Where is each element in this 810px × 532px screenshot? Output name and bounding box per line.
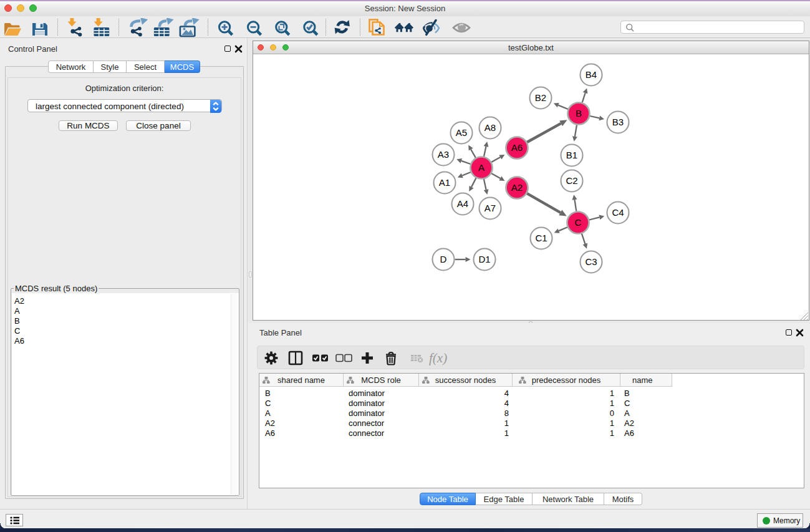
svg-text:D: D [440, 254, 447, 264]
svg-text:A: A [478, 162, 485, 173]
svg-text:A2: A2 [511, 182, 523, 193]
svg-text:C1: C1 [535, 233, 547, 243]
svg-text:B3: B3 [612, 117, 624, 127]
svg-text:A1: A1 [439, 177, 450, 188]
svg-text:B: B [576, 108, 582, 118]
svg-text:B2: B2 [535, 92, 546, 103]
svg-text:A6: A6 [511, 142, 523, 153]
svg-text:f(x): f(x) [429, 351, 447, 365]
svg-text:B4: B4 [586, 69, 597, 80]
svg-text:A5: A5 [456, 127, 467, 138]
svg-text:C3: C3 [585, 256, 597, 267]
svg-text:A8: A8 [485, 122, 496, 133]
svg-text:A7: A7 [485, 203, 496, 213]
svg-text:C: C [575, 217, 582, 228]
svg-text:C2: C2 [566, 175, 577, 186]
svg-text:B1: B1 [566, 150, 577, 160]
svg-text:A4: A4 [457, 198, 468, 209]
svg-text:D1: D1 [478, 254, 490, 264]
svg-text:C4: C4 [612, 207, 624, 218]
svg-text:A3: A3 [438, 149, 449, 160]
